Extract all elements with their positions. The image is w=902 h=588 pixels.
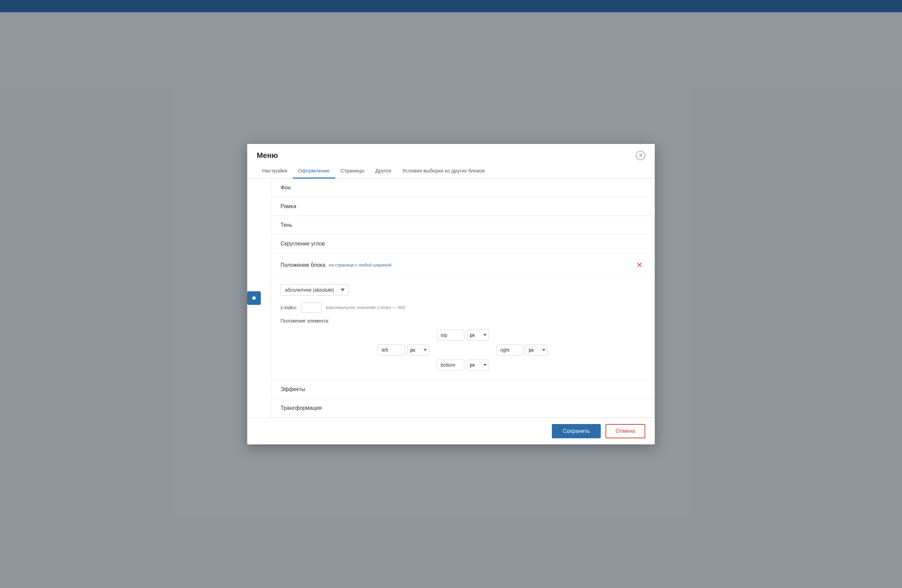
- top-input[interactable]: [437, 330, 464, 341]
- save-button[interactable]: Сохранить: [552, 424, 601, 438]
- section-ramka[interactable]: Рамка: [271, 197, 655, 216]
- tab-drugoe[interactable]: Другое: [370, 164, 397, 178]
- modal-dialog: Меню ✕ Настройки Оформление Страницы Дру…: [247, 144, 655, 444]
- section-fon[interactable]: Фон: [271, 178, 655, 197]
- sidebar-active-item[interactable]: [247, 291, 261, 305]
- modal-close-button[interactable]: ✕: [636, 151, 645, 160]
- section-header-left: Положение блока на странице с любой шири…: [280, 262, 391, 268]
- content-area: Фон Рамка Тень Скругление углов Положени…: [271, 178, 655, 418]
- position-right-side: px % em: [496, 345, 548, 355]
- modal-title: Меню: [257, 151, 278, 160]
- section-effekty[interactable]: Эффекты: [271, 380, 655, 399]
- position-middle-row: px % em px %: [378, 345, 548, 355]
- sidebar-nav: [247, 178, 271, 418]
- bottom-unit-select[interactable]: px % em: [467, 360, 489, 371]
- zindex-row: z-index: максимальное значение z-index —…: [280, 302, 645, 313]
- close-icon: ✕: [639, 152, 643, 158]
- tab-nastroyki[interactable]: Настройки: [257, 164, 293, 178]
- right-unit-select[interactable]: px % em: [526, 345, 548, 355]
- section-transformatsiya[interactable]: Трансформация: [271, 399, 655, 418]
- modal-header: Меню ✕: [247, 144, 655, 160]
- tab-usloviya[interactable]: Условия выборки из других блоков: [397, 164, 490, 178]
- left-input[interactable]: [378, 345, 405, 355]
- zindex-hint: максимальное значение z-index — 800: [326, 305, 406, 310]
- tab-oformlenie[interactable]: Оформление: [293, 164, 335, 178]
- tab-stranitsy[interactable]: Страницы: [335, 164, 370, 178]
- right-input[interactable]: [496, 345, 524, 355]
- position-bottom-row: px % em: [378, 360, 548, 371]
- section-delete-button[interactable]: ✕: [634, 260, 645, 271]
- section-title: Положение блока: [280, 262, 325, 268]
- section-polozhenie-header: Положение блока на странице с любой шири…: [271, 253, 655, 277]
- position-grid: px % em px: [378, 330, 548, 371]
- position-left-side: px % em: [378, 345, 429, 355]
- bottom-input[interactable]: [437, 360, 464, 371]
- modal-tabs: Настройки Оформление Страницы Другое Усл…: [247, 164, 655, 178]
- top-unit-select[interactable]: px % em: [467, 330, 489, 341]
- section-expanded-content: абсолютное (absolute) относительное (rel…: [271, 277, 655, 380]
- section-ten[interactable]: Тень: [271, 216, 655, 235]
- section-polozhenie: Положение блока на странице с любой шири…: [271, 253, 655, 380]
- zindex-input[interactable]: [301, 302, 322, 313]
- left-unit-select[interactable]: px % em: [407, 345, 429, 355]
- cancel-button[interactable]: Отмена: [606, 424, 645, 438]
- modal-body: Фон Рамка Тень Скругление углов Положени…: [247, 178, 655, 418]
- modal-backdrop: Меню ✕ Настройки Оформление Страницы Дру…: [0, 0, 902, 588]
- sidebar-dot: [252, 296, 256, 300]
- position-type-row: абсолютное (absolute) относительное (rel…: [280, 284, 645, 296]
- position-label: Положение элемента:: [280, 318, 645, 324]
- section-subtitle: на странице с любой шириной: [329, 263, 391, 267]
- position-type-select[interactable]: абсолютное (absolute) относительное (rel…: [280, 284, 348, 296]
- modal-footer: Сохранить Отмена: [247, 418, 655, 444]
- section-skruglenie[interactable]: Скругление углов: [271, 235, 655, 253]
- zindex-label: z-index:: [280, 305, 297, 310]
- position-top-row: px % em: [378, 330, 548, 341]
